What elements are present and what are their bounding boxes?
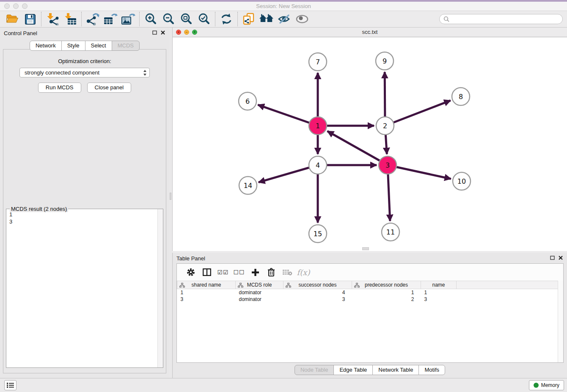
table-toolbar: ☑☑ ☐☐ bbox=[177, 264, 563, 281]
node-8[interactable]: 8 bbox=[452, 88, 470, 105]
node-4[interactable]: 4 bbox=[309, 156, 327, 174]
cell-MCDS-role[interactable]: dominator bbox=[236, 289, 284, 296]
cell-predecessor-nodes[interactable]: 1 bbox=[352, 289, 421, 296]
cell-MCDS-role[interactable]: dominator bbox=[236, 296, 284, 303]
float-panel-icon[interactable] bbox=[550, 256, 555, 260]
cell-filler bbox=[457, 296, 563, 303]
canvas-bottom-grip[interactable] bbox=[362, 247, 369, 250]
node-14[interactable]: 14 bbox=[239, 177, 257, 194]
close-panel-icon[interactable] bbox=[161, 30, 165, 35]
cell-successor-nodes[interactable]: 3 bbox=[284, 296, 352, 303]
memory-label: Memory bbox=[541, 382, 559, 388]
home-icon[interactable] bbox=[258, 11, 275, 27]
hide-selected-eye-icon[interactable] bbox=[275, 11, 293, 27]
memory-button[interactable]: Memory bbox=[529, 380, 564, 390]
network-canvas[interactable]: 7968124314101511 bbox=[173, 37, 567, 251]
column-header-successor-nodes[interactable]: successor nodes bbox=[284, 281, 352, 289]
column-header-name[interactable]: name bbox=[421, 281, 457, 289]
export-image-icon[interactable] bbox=[119, 11, 137, 27]
edge-1-6[interactable] bbox=[258, 105, 318, 126]
zoom-in-icon[interactable] bbox=[142, 11, 160, 27]
tab-edge-table[interactable]: Edge Table bbox=[333, 365, 373, 375]
close-panel-icon[interactable] bbox=[559, 256, 563, 260]
add-column-icon[interactable] bbox=[247, 265, 263, 279]
cell-name[interactable]: 1 bbox=[421, 289, 457, 296]
export-network-icon[interactable] bbox=[84, 11, 102, 27]
table-row[interactable]: 3dominator323 bbox=[177, 296, 563, 303]
zoom-fit-icon[interactable] bbox=[177, 11, 195, 27]
node-6[interactable]: 6 bbox=[239, 92, 256, 110]
svg-text:3: 3 bbox=[385, 161, 390, 169]
close-panel-button[interactable]: Close panel bbox=[87, 83, 132, 93]
search-input[interactable] bbox=[439, 14, 563, 24]
split-panel-icon[interactable] bbox=[199, 265, 215, 279]
mcds-result-scrollbar[interactable] bbox=[157, 209, 163, 367]
delete-column-icon[interactable] bbox=[263, 265, 279, 279]
svg-text:4: 4 bbox=[316, 161, 320, 169]
save-session-icon[interactable] bbox=[21, 11, 39, 27]
svg-text:8: 8 bbox=[459, 93, 463, 101]
node-3[interactable]: 3 bbox=[379, 156, 396, 174]
tab-node-table[interactable]: Node Table bbox=[295, 365, 334, 375]
zoom-out-icon[interactable] bbox=[160, 11, 177, 27]
mcds-result-item: 1 bbox=[9, 211, 154, 218]
mcds-result-list[interactable]: 13 bbox=[6, 210, 157, 367]
cell-shared-name[interactable]: 3 bbox=[177, 296, 236, 303]
node-15[interactable]: 15 bbox=[309, 225, 327, 243]
tab-select[interactable]: Select bbox=[85, 41, 112, 51]
import-network-icon[interactable] bbox=[44, 11, 61, 27]
tab-style[interactable]: Style bbox=[61, 41, 85, 51]
column-header-shared-name[interactable]: shared name bbox=[177, 281, 236, 289]
tab-network-table[interactable]: Network Table bbox=[372, 365, 419, 375]
column-header-MCDS-role[interactable]: MCDS role bbox=[236, 281, 284, 289]
network-graph[interactable]: 7968124314101511 bbox=[173, 37, 567, 251]
settings-gear-icon[interactable] bbox=[183, 265, 199, 279]
clone-network-icon[interactable] bbox=[240, 11, 258, 27]
tab-network[interactable]: Network bbox=[30, 41, 62, 51]
show-hidden-eye-icon[interactable] bbox=[293, 11, 311, 27]
zoom-selected-icon[interactable] bbox=[195, 11, 213, 27]
tab-mcds[interactable]: MCDS bbox=[112, 41, 140, 51]
node-11[interactable]: 11 bbox=[382, 223, 399, 241]
svg-text:2: 2 bbox=[383, 122, 387, 130]
vertical-splitter[interactable] bbox=[169, 28, 172, 378]
edge-2-8[interactable] bbox=[385, 100, 451, 126]
column-namespace-icon bbox=[286, 283, 291, 288]
column-header-predecessor-nodes[interactable]: predecessor nodes bbox=[352, 281, 421, 289]
node-7[interactable]: 7 bbox=[309, 53, 327, 71]
control-panel-title: Control Panel bbox=[4, 30, 37, 36]
open-session-icon[interactable] bbox=[3, 11, 21, 27]
table-panel-header: Table Panel bbox=[173, 253, 567, 264]
cell-successor-nodes[interactable]: 4 bbox=[284, 289, 352, 296]
run-mcds-button[interactable]: Run MCDS bbox=[38, 83, 81, 93]
cell-name[interactable]: 3 bbox=[421, 296, 457, 303]
table-row[interactable]: 1dominator411 bbox=[177, 289, 563, 296]
import-table-icon[interactable] bbox=[61, 11, 79, 27]
cell-predecessor-nodes[interactable]: 2 bbox=[352, 296, 421, 303]
export-table-icon[interactable] bbox=[102, 11, 119, 27]
node-2[interactable]: 2 bbox=[376, 117, 394, 135]
main-toolbar bbox=[0, 11, 567, 28]
deselect-all-icon[interactable]: ☐☐ bbox=[231, 265, 247, 279]
node-10[interactable]: 10 bbox=[453, 172, 471, 190]
refresh-icon[interactable] bbox=[217, 11, 235, 27]
mcds-panel: Optimization criterion: strongly connect… bbox=[3, 49, 166, 373]
table-scrollbar[interactable] bbox=[558, 281, 563, 362]
delete-table-icon[interactable] bbox=[279, 265, 295, 279]
cell-shared-name[interactable]: 1 bbox=[177, 289, 236, 296]
edge-3-10[interactable] bbox=[388, 165, 451, 179]
tab-motifs[interactable]: Motifs bbox=[418, 365, 445, 375]
task-history-button[interactable] bbox=[4, 380, 17, 390]
float-panel-icon[interactable] bbox=[152, 30, 157, 35]
select-all-icon[interactable]: ☑☑ bbox=[215, 265, 231, 279]
splitter-grip[interactable] bbox=[170, 193, 171, 200]
node-9[interactable]: 9 bbox=[376, 52, 394, 70]
edge-3-1[interactable] bbox=[328, 131, 388, 165]
column-namespace-icon bbox=[238, 283, 243, 288]
node-1[interactable]: 1 bbox=[309, 117, 327, 135]
window-title: Session: New Session bbox=[0, 3, 567, 9]
control-panel-tabs: NetworkStyleSelectMCDS bbox=[0, 41, 169, 51]
function-builder-icon[interactable]: f(x) bbox=[295, 265, 311, 279]
criterion-dropdown[interactable]: strongly connected component bbox=[19, 68, 150, 77]
table-header-row[interactable]: shared nameMCDS rolesuccessor nodesprede… bbox=[177, 281, 563, 289]
